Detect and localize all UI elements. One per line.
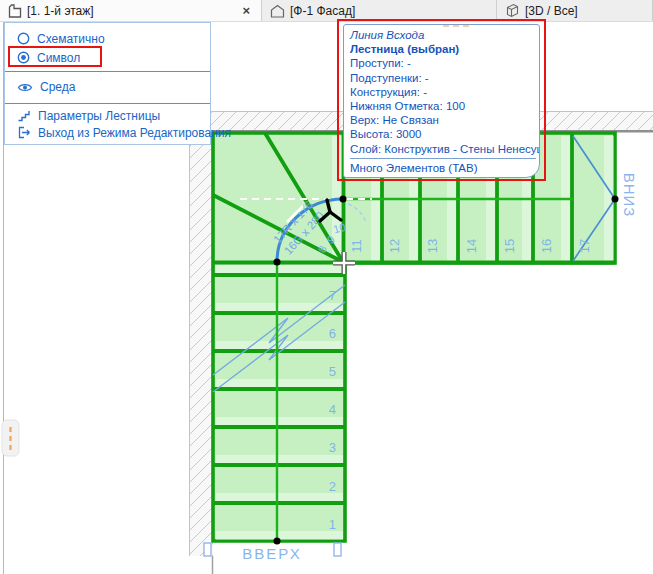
guide-dashes-overlay [443,25,469,27]
view-tab-bar: [1. 1-й этаж] × [Ф-1 Фасад] [3D / Все] [0,0,653,22]
archicad-stair-edit-window: 1 2 3 4 5 6 7 8 9 10 11 12 13 14 15 16 [0,0,653,574]
panel-item-exit-edit[interactable]: Выход из Режима Редактирования [5,124,210,141]
svg-text:13: 13 [425,239,440,253]
svg-text:2: 2 [329,479,336,494]
stair-settings-icon [17,109,31,122]
tab-label: [3D / Все] [525,4,578,18]
radio-unselected-icon [17,32,30,45]
panel-item-environment[interactable]: Среда [5,75,210,99]
floor-plan-icon [8,4,22,18]
svg-text:16: 16 [539,239,554,253]
tab-label: [Ф-1 Фасад] [290,4,355,18]
eye-icon [17,81,33,94]
panel-separator [5,103,210,104]
wall-left[interactable] [189,131,213,574]
cube-3d-icon [505,3,520,18]
panel-item-stair-settings[interactable]: Параметры Лестницы [5,107,210,124]
down-direction-label: ВНИЗ [621,173,638,218]
radio-schematic-label: Схематично [37,32,105,46]
svg-text:4: 4 [329,402,336,417]
stair-settings-label: Параметры Лестницы [38,109,160,123]
svg-text:6: 6 [329,326,336,341]
elevation-icon [270,4,285,18]
tab-elevation[interactable]: [Ф-1 Фасад] [262,0,497,21]
svg-text:3: 3 [329,440,336,455]
svg-text:14: 14 [464,239,479,253]
tab-label: [1. 1-й этаж] [27,4,94,18]
svg-text:5: 5 [329,364,336,379]
svg-text:12: 12 [387,239,402,253]
up-direction-label: ВВЕРХ [242,545,301,562]
svg-text:11: 11 [349,239,364,253]
tooltip-highlight [337,19,546,181]
svg-text:7: 7 [329,288,336,303]
stair-edit-context-panel: Схематично Символ Среда Параметры Лестни… [4,22,211,145]
svg-text:15: 15 [502,239,517,253]
autohide-palette-tab[interactable] [2,420,19,456]
environment-label: Среда [40,80,75,94]
tab-3d[interactable]: [3D / Все] [497,0,653,21]
exit-edit-mode-icon [17,126,31,139]
symbol-option-highlight [8,46,102,67]
tab-close-icon[interactable]: × [239,3,253,18]
tab-floor-plan[interactable]: [1. 1-й этаж] × [0,0,262,21]
exit-edit-label: Выход из Режима Редактирования [38,126,231,140]
svg-text:1: 1 [329,517,336,532]
stair-plan[interactable]: 1 2 3 4 5 6 7 8 9 10 11 12 13 14 15 16 [204,133,638,562]
panel-separator [5,71,210,72]
svg-text:17: 17 [577,239,592,253]
